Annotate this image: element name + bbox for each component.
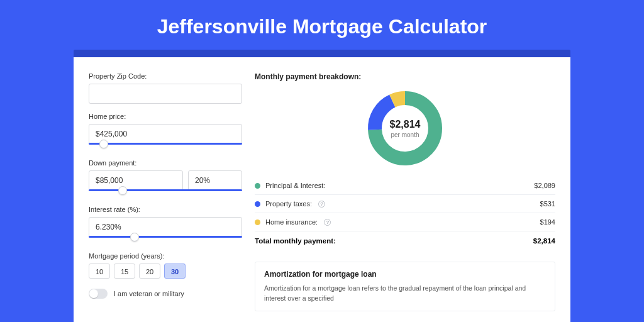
card-shadow-strip [74, 50, 570, 57]
mortgage-period-field: Mortgage period (years): 10152030 [89, 252, 242, 279]
mortgage-period-label: Mortgage period (years): [89, 252, 242, 260]
form-column: Property Zip Code: Home price: Down paym… [89, 72, 242, 322]
page-title: Jeffersonville Mortgage Calculator [157, 15, 487, 38]
interest-rate-slider[interactable] [89, 236, 242, 243]
slider-thumb[interactable] [118, 186, 127, 195]
veteran-toggle-row: I am veteran or military [89, 289, 242, 299]
legend-total-label: Total monthly payment: [255, 237, 336, 245]
breakdown-column: Monthly payment breakdown: $2,814 per mo… [255, 72, 555, 322]
legend-row: Home insurance:?$194 [255, 213, 555, 231]
home-price-label: Home price: [89, 113, 242, 120]
zip-field: Property Zip Code: [89, 72, 242, 104]
slider-track [89, 189, 242, 191]
amortization-body: Amortization for a mortgage loan refers … [264, 284, 546, 303]
home-price-field: Home price: [89, 113, 242, 150]
home-price-slider[interactable] [89, 143, 242, 150]
legend-row: Property taxes:?$531 [255, 194, 555, 213]
info-icon[interactable]: ? [318, 201, 325, 208]
slider-track [89, 143, 242, 145]
period-option-30[interactable]: 30 [164, 264, 186, 279]
legend-dot [255, 183, 260, 189]
legend-dot [255, 219, 260, 225]
interest-rate-label: Interest rate (%): [89, 206, 242, 213]
breakdown-title: Monthly payment breakdown: [255, 72, 555, 81]
veteran-toggle[interactable] [89, 289, 108, 299]
legend-value: $194 [540, 218, 555, 226]
period-option-15[interactable]: 15 [114, 264, 135, 279]
down-payment-slider[interactable] [89, 189, 242, 197]
period-option-10[interactable]: 10 [89, 264, 110, 279]
info-icon[interactable]: ? [324, 219, 331, 226]
zip-label: Property Zip Code: [89, 72, 242, 80]
donut-chart: $2,814 per month [367, 90, 443, 167]
calculator-card: Property Zip Code: Home price: Down paym… [74, 57, 570, 322]
slider-thumb[interactable] [99, 140, 108, 148]
legend-value: $531 [540, 200, 555, 208]
zip-input[interactable] [89, 84, 242, 104]
veteran-toggle-label: I am veteran or military [114, 290, 184, 297]
mortgage-period-group: 10152030 [89, 264, 242, 279]
down-payment-percent-input[interactable] [188, 170, 242, 191]
legend-label: Home insurance: [265, 218, 318, 226]
legend-dot [255, 201, 260, 207]
donut-chart-wrap: $2,814 per month [255, 90, 555, 167]
slider-thumb[interactable] [130, 233, 139, 242]
legend-total-value: $2,814 [533, 237, 555, 245]
legend-value: $2,089 [534, 182, 555, 189]
home-price-input[interactable] [89, 124, 242, 144]
amortization-box: Amortization for mortgage loan Amortizat… [255, 262, 555, 311]
donut-amount: $2,814 [390, 119, 421, 130]
slider-track [89, 236, 242, 238]
period-option-20[interactable]: 20 [139, 264, 160, 279]
donut-center: $2,814 per month [367, 90, 443, 167]
down-payment-amount-input[interactable] [89, 170, 183, 191]
legend-total-row: Total monthly payment: $2,814 [255, 231, 555, 250]
down-payment-field: Down payment: [89, 159, 242, 197]
interest-rate-input[interactable] [89, 217, 242, 237]
legend-label: Principal & Interest: [265, 182, 325, 189]
legend-list: Principal & Interest:$2,089Property taxe… [255, 177, 555, 231]
legend-row: Principal & Interest:$2,089 [255, 177, 555, 194]
legend-label: Property taxes: [265, 200, 312, 208]
interest-rate-field: Interest rate (%): [89, 206, 242, 243]
donut-subtext: per month [391, 131, 419, 138]
down-payment-label: Down payment: [89, 159, 242, 167]
amortization-title: Amortization for mortgage loan [264, 270, 546, 279]
